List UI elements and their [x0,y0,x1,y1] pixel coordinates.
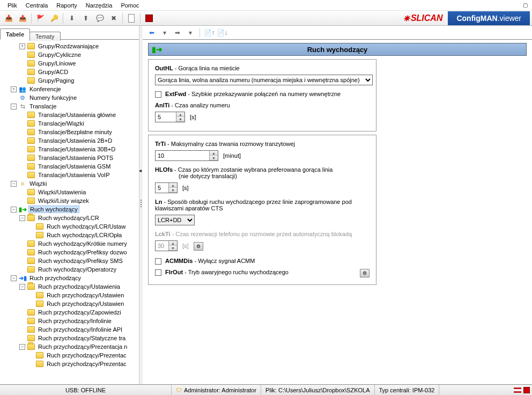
tool-x[interactable]: ✖ [107,12,120,24]
ln-select[interactable]: LCR+DD [155,215,195,225]
tree-item[interactable]: Translacje/Ustawienia 30B+D [1,145,139,153]
nav-fwd-menu[interactable]: ▾ [184,27,196,38]
tree-toggle-icon[interactable]: − [19,215,25,221]
acmm-checkbox[interactable] [155,258,161,265]
tree-item[interactable]: Ruch przychodzący/Infolinie API [1,325,139,334]
tree-item[interactable]: −Ruch przychodzący/Prezentacja n [1,342,139,351]
form-panel-2: TrTi - Maksymalny czas trwania rozmowy t… [148,135,376,285]
tree-item[interactable]: Ruch wychodzący/LCR/Ustaw [1,222,139,231]
status-admin: 🛡Administrator: Administrator [172,385,261,395]
hlofs-label: HLOfs [155,166,173,173]
tree-toggle-icon[interactable]: − [11,275,17,281]
tree-item[interactable]: Ruch przychodzący/Prezentac [1,360,139,368]
anlti-input[interactable]: ▲▼ [155,112,185,122]
tree-item[interactable]: Grupy/Paging [1,76,139,85]
tree-item[interactable]: Translacje/Bezpłatne minuty [1,128,139,136]
tree-label: Ruch wychodzący/Prefiksy dozwo [37,249,128,255]
tool-chat[interactable]: 💬 [93,12,106,24]
flag-icon[interactable] [514,387,521,393]
nav-down[interactable]: 📄↓ [216,27,228,38]
flrout-checkbox[interactable] [155,269,161,276]
tree-toggle-icon[interactable]: + [11,86,17,92]
tree-item[interactable]: Translacje/Ustawienia 2B+D [1,136,139,145]
tool-doc[interactable] [125,12,138,24]
tree-toggle-icon[interactable]: − [19,344,25,350]
tree-item[interactable]: +👥Konferencje [1,85,139,93]
tree-item[interactable]: Translacje/Wiązki [1,119,139,128]
tool-key[interactable]: 🔑 [48,12,61,24]
nav-tree[interactable]: +Grupy/RozdzwaniająceGrupy/CykliczneGrup… [0,40,139,384]
tree-item[interactable]: Ruch wychodzący/Prefiksy dozwo [1,248,139,257]
tool-2[interactable]: 📤 [16,12,29,24]
tree-item[interactable]: −Ruch przychodzący/Ustawienia [1,282,139,291]
tree-item[interactable]: Translacje/Ustawienia główne [1,111,139,119]
tree-item[interactable]: ⚙Numery funkcyjne [1,93,139,102]
tree-item[interactable]: −Ruch wychodzący/LCR [1,214,139,222]
tree-item[interactable]: Grupy/Cykliczne [1,50,139,59]
tree-label: Ruch przychodzący [28,275,82,281]
tree-item[interactable]: Ruch wychodzący/Operatorzy [1,265,139,274]
menu-centrala[interactable]: Centrala [21,1,53,10]
tree-label: Translacje/Ustawienia POTS [37,155,114,161]
tree-item[interactable]: Ruch przychodzący/Infolinie [1,317,139,325]
flrout-config-icon[interactable]: ⚙ [360,269,370,277]
tree-item[interactable]: +Grupy/Rozdzwaniające [1,42,139,50]
nav-fwd[interactable]: ➡ [172,27,183,38]
tree-item[interactable]: −▮➜Ruch wychodzący [1,205,139,214]
record-icon[interactable] [523,387,530,393]
hlofs-input[interactable]: ▲▼ [155,182,178,193]
tool-db-up[interactable]: ⬆ [79,12,92,24]
menu-plik[interactable]: Plik [3,1,21,10]
extfwd-checkbox[interactable] [155,91,161,98]
tree-item[interactable]: Ruch wychodzący/Prefiksy SMS [1,257,139,265]
ln-desc: - Sposób obsługi ruchu wychodzącego prze… [155,199,352,211]
menu-bar: Plik Centrala Raporty Narzędzia Pomoc [0,0,532,11]
tree-item[interactable]: −⇆Translacje [1,102,139,111]
tool-stop[interactable] [143,12,156,24]
tree-label: Wiązki/Ustawienia [37,189,87,195]
tree-item[interactable]: Ruch przychodzący/Ustawien [1,291,139,299]
tree-label: Ruch wychodzący/Operatorzy [37,266,117,273]
extfwd-desc: - Szybkie przekazywanie połączeń na nume… [188,91,341,97]
tree-item[interactable]: Ruch przychodzący/Zapowiedzi [1,308,139,317]
tree-toggle-icon[interactable]: − [11,104,17,109]
outhl-select[interactable]: Gorąca linia, wolna analiza numeru (nume… [155,75,373,85]
tree-toggle-icon[interactable]: − [11,207,17,213]
menu-pomoc[interactable]: Pomoc [116,1,143,10]
nav-up[interactable]: 📄↑ [203,27,215,38]
tool-db-down[interactable]: ⬇ [65,12,78,24]
tab-tabele[interactable]: Tabele [0,28,30,40]
tree-toggle-icon[interactable]: − [19,284,25,290]
tree-item[interactable]: Grupy/ACD [1,68,139,76]
tree-item[interactable]: Translacje/Ustawienia POTS [1,153,139,162]
tree-item[interactable]: Wiązki/Listy wiązek [1,196,139,205]
nav-back-menu[interactable]: ▾ [159,27,171,38]
menu-raporty[interactable]: Raporty [52,1,82,10]
tree-item[interactable]: −➜▮Ruch przychodzący [1,274,139,282]
tree-label: Ruch przychodzący/Zapowiedzi [37,309,122,316]
tool-1[interactable]: 📥 [2,12,15,24]
nav-back[interactable]: ⬅ [146,27,158,38]
window-maximize[interactable]: ▢ [518,0,532,10]
tree-label: Grupy/Paging [37,77,75,84]
tree-item[interactable]: −≡Wiązki [1,179,139,188]
tree-item[interactable]: Ruch przychodzący/Ustawien [1,299,139,308]
trti-input[interactable]: ▲▼ [155,150,218,161]
lckti-config-icon[interactable]: ⚙ [194,242,203,251]
tree-item[interactable]: Wiązki/Ustawienia [1,188,139,196]
tree-item[interactable]: Ruch wychodzący/LCR/Opła [1,231,139,239]
tree-item[interactable]: Ruch wychodzący/Krótkie numery [1,239,139,248]
menu-narzedzia[interactable]: Narzędzia [82,1,117,10]
tree-item[interactable]: Grupy/Liniowe [1,59,139,68]
tree-item[interactable]: Ruch przychodzący/Prezentac [1,351,139,360]
status-icons [509,385,532,395]
extfwd-label: ExtFwd [165,91,186,97]
tree-toggle-icon[interactable]: + [19,43,25,49]
tool-flag[interactable]: 🚩 [34,12,47,24]
tree-toggle-icon[interactable]: − [11,181,17,187]
tree-item[interactable]: Ruch przychodzący/Statyczne tra [1,334,139,342]
tree-item[interactable]: Translacje/Ustawienia GSM [1,162,139,171]
tree-label: Wiązki [28,180,48,187]
lckti-desc: - Czas rezerwacji telefonu po rozmowie p… [172,231,352,237]
tree-item[interactable]: Translacje/Ustawienia VoIP [1,171,139,179]
